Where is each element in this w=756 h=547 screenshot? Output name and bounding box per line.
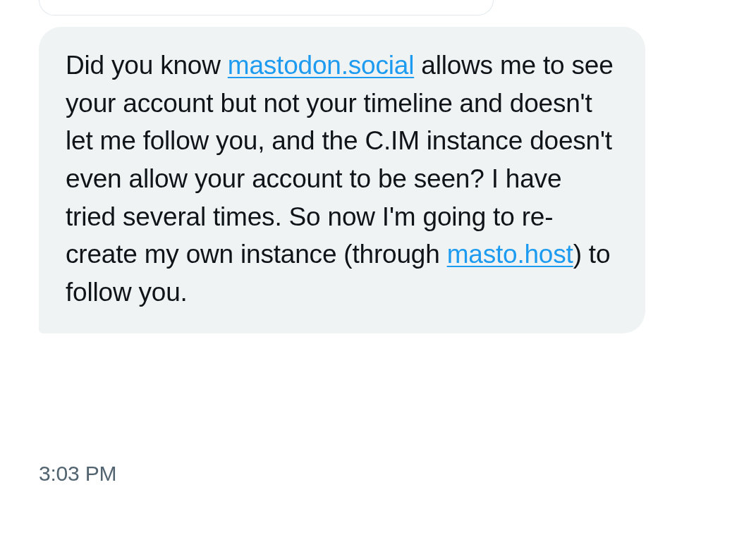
message-timestamp: 3:03 PM [39,462,116,486]
received-message-bubble[interactable]: Did you know mastodon.social allows me t… [39,27,645,333]
message-text-part2: allows me to see your account but not yo… [66,51,614,269]
link-masto-host[interactable]: masto.host [447,240,573,269]
link-mastodon-social[interactable]: mastodon.social [228,51,414,80]
message-text-part1: Did you know [66,51,228,80]
previous-message-edge [39,0,494,16]
message-text-content: Did you know mastodon.social allows me t… [66,47,618,311]
